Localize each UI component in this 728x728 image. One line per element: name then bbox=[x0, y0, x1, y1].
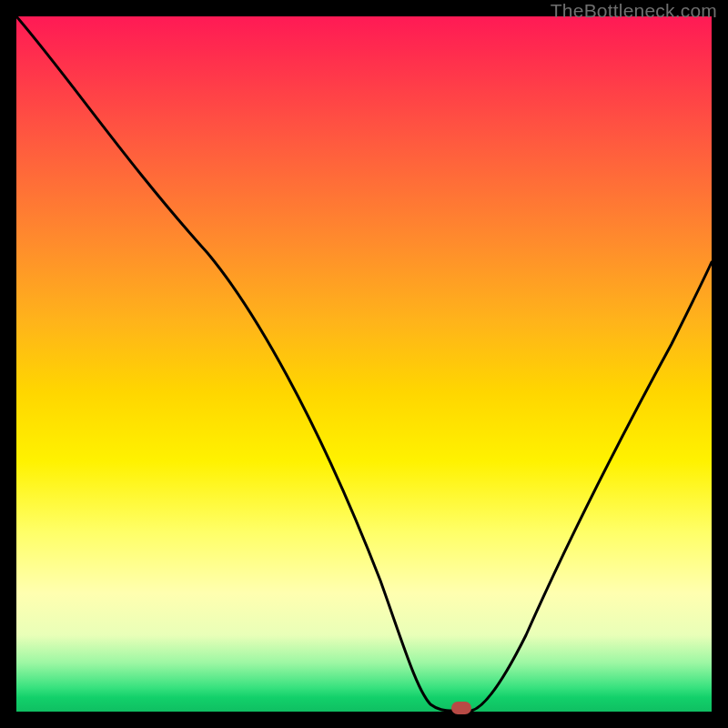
bottleneck-curve bbox=[16, 16, 712, 712]
watermark-text: TheBottleneck.com bbox=[551, 0, 717, 22]
chart-frame: TheBottleneck.com bbox=[0, 0, 728, 728]
plot-area bbox=[16, 16, 712, 712]
optimal-marker bbox=[451, 702, 471, 714]
curve-path bbox=[16, 16, 712, 711]
